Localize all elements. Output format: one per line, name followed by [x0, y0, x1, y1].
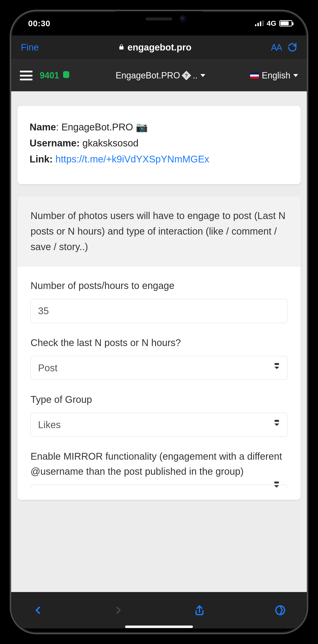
refresh-button[interactable] — [288, 42, 297, 53]
section-header: Number of photos users will have to enga… — [17, 196, 301, 266]
bot-username-row: Username: gkaksksosod — [29, 135, 289, 151]
credits-display[interactable]: 9401 — [40, 70, 71, 81]
chevron-down-icon — [293, 74, 298, 77]
bot-info-card: Name: EngageBot.PRO 📷 Username: gkakskso… — [17, 106, 301, 184]
bot-username-value: gkaksksosod — [82, 138, 138, 148]
app-bar: 9401 EngageBot.PRO ? .. English — [11, 60, 307, 91]
url-display[interactable]: engagebot.pro — [45, 42, 265, 53]
check-select[interactable]: Post — [30, 356, 288, 380]
lock-icon — [118, 42, 125, 53]
signal-icon — [255, 20, 264, 26]
browser-toolbar: Fine engagebot.pro AA — [11, 36, 307, 60]
bot-link[interactable]: https://t.me/+k9iVdYXSpYNmMGEx — [55, 154, 209, 164]
reader-button[interactable]: AA — [271, 42, 282, 53]
home-indicator[interactable] — [125, 626, 193, 628]
browser-bottom-bar — [11, 592, 307, 628]
check-label: Check the last N posts or N hours? — [30, 335, 288, 350]
uk-flag-icon — [250, 72, 259, 79]
bot-name-value: EngageBot.PRO 📷 — [61, 122, 148, 132]
credits-value: 9401 — [40, 70, 59, 80]
page-content[interactable]: Name: EngageBot.PRO 📷 Username: gkakskso… — [11, 91, 307, 592]
bot-dropdown[interactable]: EngageBot.PRO ? .. — [78, 70, 243, 80]
nav-back-button[interactable] — [30, 603, 45, 618]
engagement-section: Number of photos users will have to enga… — [17, 196, 301, 500]
phone-frame: 00:30 4G Fine engagebot.pro AA 9401 E — [10, 10, 308, 634]
chevron-down-icon — [200, 74, 205, 77]
status-time: 00:30 — [28, 19, 50, 28]
battery-icon — [279, 20, 292, 26]
nav-forward-button[interactable] — [111, 603, 126, 618]
type-select[interactable]: Likes — [30, 413, 288, 436]
diamond-icon: ? — [181, 71, 191, 80]
type-label: Type of Group — [30, 392, 288, 407]
language-dropdown[interactable]: English — [250, 70, 298, 80]
coins-icon — [62, 70, 71, 81]
notch — [115, 11, 203, 26]
bot-link-row: Link: https://t.me/+k9iVdYXSpYNmMGEx — [29, 151, 289, 167]
bot-dropdown-label: EngageBot.PRO — [116, 70, 180, 80]
network-label: 4G — [267, 19, 276, 28]
url-domain: engagebot.pro — [128, 42, 191, 53]
tabs-button[interactable] — [273, 603, 288, 618]
posts-label: Number of posts/hours to engage — [30, 278, 288, 293]
posts-input[interactable] — [30, 299, 288, 323]
share-button[interactable] — [192, 603, 207, 618]
language-label: English — [262, 70, 290, 80]
browser-back-button[interactable]: Fine — [21, 42, 39, 53]
menu-button[interactable] — [20, 71, 32, 80]
mirror-label: Enable MIRROR functionality (engagement … — [30, 449, 288, 479]
bot-name-row: Name: EngageBot.PRO 📷 — [29, 119, 289, 135]
